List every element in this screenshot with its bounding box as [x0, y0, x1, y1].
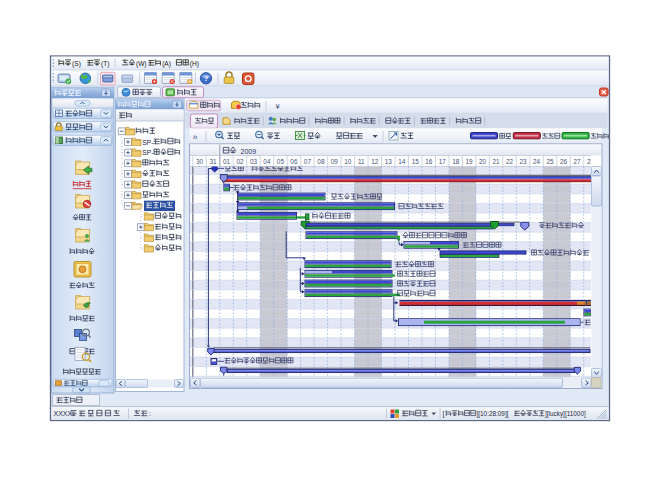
svg-text:31: 31: [209, 158, 217, 165]
svg-text:24: 24: [533, 158, 541, 165]
svg-text:13: 13: [385, 158, 393, 165]
svg-text:15: 15: [412, 158, 420, 165]
svg-text:06: 06: [290, 158, 298, 165]
svg-text:22: 22: [506, 158, 514, 165]
svg-text:27: 27: [573, 158, 581, 165]
svg-text:30: 30: [196, 158, 204, 165]
svg-text:14: 14: [398, 158, 406, 165]
svg-text:10: 10: [344, 158, 352, 165]
svg-text:18: 18: [452, 158, 460, 165]
svg-text:17: 17: [439, 158, 447, 165]
svg-text:16: 16: [425, 158, 433, 165]
svg-text:23: 23: [520, 158, 528, 165]
svg-text:(W): (W): [136, 60, 147, 68]
svg-text:01: 01: [223, 158, 231, 165]
svg-text:2009: 2009: [241, 148, 257, 155]
svg-text:05: 05: [277, 158, 285, 165]
svg-text:(A): (A): [162, 60, 171, 68]
svg-text:SP-: SP-: [142, 149, 153, 156]
svg-text:20: 20: [479, 158, 487, 165]
svg-text:?: ?: [204, 74, 209, 83]
svg-text:[: [: [443, 410, 445, 418]
svg-text:SP-: SP-: [142, 139, 153, 146]
svg-text:12: 12: [371, 158, 379, 165]
svg-text:04: 04: [263, 158, 271, 165]
svg-text:11: 11: [358, 158, 365, 165]
svg-text:26: 26: [560, 158, 568, 165]
svg-text:03: 03: [250, 158, 258, 165]
svg-text:»: »: [193, 132, 198, 142]
svg-text:09: 09: [331, 158, 339, 165]
svg-text:21: 21: [493, 158, 501, 165]
svg-text:25: 25: [546, 158, 554, 165]
svg-text:19: 19: [466, 158, 474, 165]
svg-text:(T): (T): [101, 60, 109, 68]
svg-text:(S): (S): [72, 60, 81, 68]
svg-text:08: 08: [317, 158, 325, 165]
svg-text:07: 07: [304, 158, 312, 165]
svg-text:][10:28:09][: ][10:28:09][: [477, 410, 509, 418]
svg-text:02: 02: [236, 158, 244, 165]
svg-text:(H): (H): [190, 60, 199, 68]
svg-text:XXXX: XXXX: [54, 410, 73, 417]
svg-text:][lucky][11000]: ][lucky][11000]: [545, 410, 586, 418]
svg-text::: :: [149, 410, 151, 417]
